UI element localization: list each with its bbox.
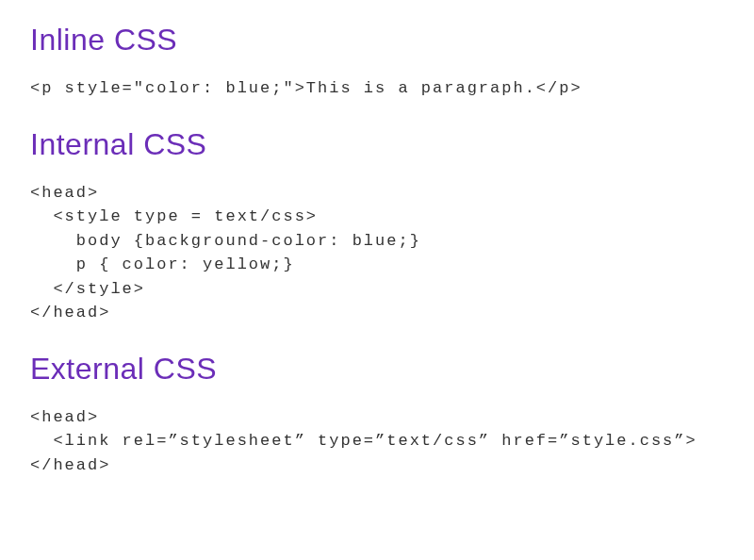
- inline-css-heading: Inline CSS: [30, 23, 724, 58]
- internal-css-heading: Internal CSS: [30, 127, 724, 162]
- external-css-code: <head> <link rel=”stylesheet” type=”text…: [30, 405, 724, 478]
- external-css-heading: External CSS: [30, 352, 724, 387]
- inline-css-code: <p style="color: blue;">This is a paragr…: [30, 76, 724, 101]
- internal-css-code: <head> <style type = text/css> body {bac…: [30, 181, 724, 325]
